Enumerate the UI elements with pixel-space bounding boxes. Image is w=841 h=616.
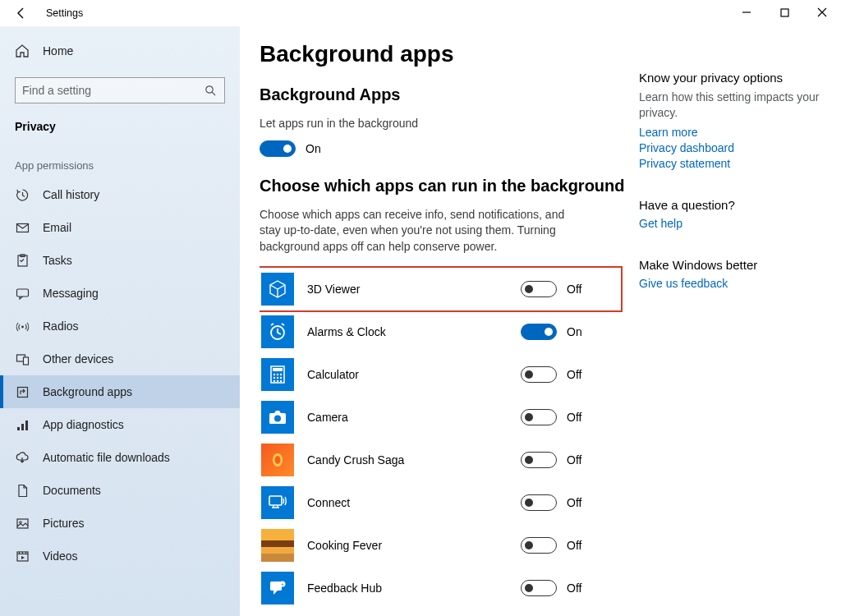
link-give-feedback[interactable]: Give us feedback (639, 277, 823, 290)
sidebar: Home Privacy App permissions Call histor… (0, 26, 240, 616)
app-name: Feedback Hub (307, 582, 508, 595)
app-toggle-candy-crush[interactable] (521, 452, 557, 468)
master-toggle[interactable] (260, 140, 296, 157)
page-title: Background apps (260, 41, 639, 67)
pictures-icon (15, 516, 30, 531)
close-button[interactable] (803, 0, 841, 25)
app-row-connect: Connect Off (260, 481, 621, 524)
sidebar-item-label: Home (43, 44, 73, 57)
app-name: Connect (307, 496, 508, 509)
section-background-apps: Background Apps (260, 85, 639, 104)
devices-icon (15, 352, 30, 366)
privacy-subtext: Learn how this setting impacts your priv… (639, 90, 823, 121)
svg-text:+: + (282, 582, 284, 586)
sidebar-item-label: Automatic file downloads (43, 451, 170, 464)
sidebar-item-messaging[interactable]: Messaging (0, 277, 240, 310)
app-name: Cooking Fever (307, 539, 508, 552)
app-toggle-label: Off (567, 582, 581, 595)
svg-point-2 (206, 86, 213, 93)
sidebar-item-label: Tasks (43, 254, 72, 267)
app-toggle-label: Off (567, 411, 581, 424)
window-controls (728, 0, 841, 25)
email-icon (15, 220, 30, 235)
svg-rect-7 (16, 289, 28, 297)
sidebar-item-email[interactable]: Email (0, 211, 240, 244)
app-toggle-alarms[interactable] (521, 324, 557, 340)
svg-point-29 (280, 380, 282, 382)
sidebar-item-pictures[interactable]: Pictures (0, 507, 240, 540)
sidebar-item-label: Pictures (43, 517, 85, 530)
search-icon (203, 83, 218, 98)
app-name: 3D Viewer (307, 283, 508, 296)
search-input[interactable] (22, 84, 203, 97)
app-name: Camera (307, 411, 508, 424)
app-toggle-cooking-fever[interactable] (521, 537, 557, 554)
search-input-wrapper[interactable] (15, 77, 225, 103)
app-list: 3D Viewer Off Alarms & Clock On Calculat… (260, 268, 621, 609)
app-toggle-calculator[interactable] (521, 366, 557, 383)
titlebar: Settings (0, 0, 841, 26)
choose-apps-desc: Choose which apps can receive info, send… (260, 207, 588, 255)
section-choose-apps: Choose which apps can run in the backgro… (260, 177, 639, 195)
link-privacy-dashboard[interactable]: Privacy dashboard (639, 141, 823, 154)
app-name: Candy Crush Saga (307, 453, 508, 467)
sidebar-item-call-history[interactable]: Call history (0, 178, 240, 211)
sidebar-item-videos[interactable]: Videos (0, 540, 240, 572)
background-apps-icon (15, 384, 30, 399)
sidebar-item-background-apps[interactable]: Background apps (0, 375, 240, 408)
app-row-calculator: Calculator Off (260, 353, 621, 396)
app-toggle-feedback-hub[interactable] (521, 580, 557, 596)
svg-point-26 (280, 377, 282, 379)
document-icon (15, 483, 30, 498)
window-title: Settings (46, 7, 83, 19)
sidebar-section-heading: App permissions (0, 140, 240, 178)
app-toggle-label: Off (567, 496, 581, 509)
svg-rect-10 (23, 357, 28, 365)
app-icon-connect (261, 486, 294, 519)
link-privacy-statement[interactable]: Privacy statement (639, 157, 823, 170)
sidebar-current-category: Privacy (0, 107, 240, 140)
svg-rect-11 (17, 387, 27, 397)
app-row-cooking-fever: Cooking Fever Off (260, 524, 621, 567)
svg-point-31 (274, 416, 281, 422)
app-toggle-label: On (567, 325, 582, 338)
svg-point-8 (21, 325, 24, 328)
maximize-button[interactable] (765, 0, 803, 25)
app-name: Alarms & Clock (307, 325, 508, 338)
sidebar-item-other-devices[interactable]: Other devices (0, 342, 240, 375)
app-row-3d-viewer: 3D Viewer Off (260, 268, 621, 310)
svg-point-28 (277, 380, 278, 382)
back-button[interactable] (11, 3, 31, 23)
svg-rect-13 (21, 424, 24, 430)
app-icon-feedback-hub: + (261, 572, 294, 605)
sidebar-item-label: Messaging (43, 287, 99, 300)
svg-rect-20 (273, 368, 283, 371)
sidebar-item-auto-downloads[interactable]: Automatic file downloads (0, 441, 240, 474)
app-name: Calculator (307, 368, 508, 381)
app-toggle-3d-viewer[interactable] (521, 281, 557, 297)
videos-icon (15, 549, 30, 563)
right-column: Know your privacy options Learn how this… (639, 41, 833, 616)
tasks-icon (15, 253, 30, 268)
svg-rect-12 (17, 427, 20, 430)
history-icon (15, 187, 30, 202)
main-content: Background apps Background Apps Let apps… (260, 41, 639, 616)
messaging-icon (15, 286, 30, 301)
master-toggle-label: On (306, 142, 321, 155)
sidebar-item-home[interactable]: Home (0, 34, 240, 67)
link-learn-more[interactable]: Learn more (639, 126, 823, 139)
sidebar-item-radios[interactable]: Radios (0, 310, 240, 342)
sidebar-item-tasks[interactable]: Tasks (0, 244, 240, 277)
sidebar-item-label: Videos (43, 549, 78, 563)
app-toggle-connect[interactable] (521, 494, 557, 511)
app-icon-3d-viewer (261, 273, 294, 306)
sidebar-item-documents[interactable]: Documents (0, 474, 240, 507)
link-get-help[interactable]: Get help (639, 217, 823, 230)
svg-point-25 (277, 377, 278, 379)
sidebar-item-label: Call history (43, 188, 99, 201)
minimize-button[interactable] (728, 0, 765, 25)
app-toggle-camera[interactable] (521, 409, 557, 425)
make-better-heading: Make Windows better (639, 258, 823, 272)
sidebar-item-app-diagnostics[interactable]: App diagnostics (0, 408, 240, 441)
app-row-alarms: Alarms & Clock On (260, 310, 621, 353)
